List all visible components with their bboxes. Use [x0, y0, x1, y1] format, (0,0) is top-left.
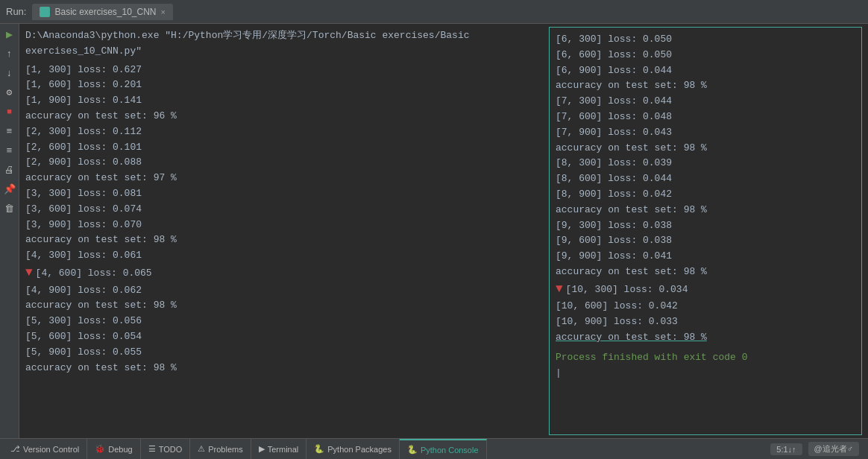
right-line-14: [9, 900] loss: 0.041: [556, 249, 855, 265]
right-line-3: accuracy on test set: 98 %: [556, 78, 855, 94]
right-line-15: accuracy on test set: 98 %: [556, 265, 855, 280]
scroll-down-button[interactable]: ↓: [2, 66, 17, 80]
run-tab[interactable]: Basic exercises_10_CNN ×: [32, 4, 173, 20]
right-line-9: [8, 600] loss: 0.044: [556, 171, 855, 187]
debug-label: Debug: [108, 445, 132, 454]
right-line-19: accuracy on test set: 98 %: [556, 330, 855, 346]
left-line-9: [3, 600] loss: 0.074: [25, 202, 543, 218]
left-line-1: [1, 600] loss: 0.201: [25, 77, 543, 93]
version-control-label: Version Control: [23, 445, 79, 454]
left-line-7: accuracy on test set: 97 %: [25, 171, 543, 186]
right-line-16: ▼[10, 300] loss: 0.034: [556, 280, 855, 300]
console-right[interactable]: [6, 300] loss: 0.050[6, 600] loss: 0.050…: [549, 27, 862, 435]
problems-label: Problems: [208, 445, 242, 454]
event-indicator: 5:1↓↑: [770, 443, 802, 455]
tab-version-control[interactable]: ⎇ Version Control: [3, 439, 87, 459]
left-line-16: [5, 300] loss: 0.056: [25, 314, 543, 329]
python-console-label: Python Console: [421, 446, 479, 455]
left-line-19: accuracy on test set: 98 %: [25, 361, 543, 376]
tab-python-console[interactable]: 🐍 Python Console: [400, 439, 487, 459]
left-line-3: accuracy on test set: 96 %: [25, 109, 543, 124]
status-bar: ⎇ Version Control 🐞 Debug ☰ TODO ⚠ Probl…: [0, 438, 868, 459]
left-line-13: ▼[4, 600] loss: 0.065: [25, 264, 543, 283]
left-line-6: [2, 900] loss: 0.088: [25, 155, 543, 171]
right-output: [6, 300] loss: 0.050[6, 600] loss: 0.050…: [556, 32, 855, 381]
right-line-2: [6, 900] loss: 0.044: [556, 63, 855, 79]
scroll-up-button[interactable]: ↑: [2, 46, 17, 61]
print-button[interactable]: 🖨: [2, 162, 17, 177]
python-console-icon: 🐍: [407, 445, 418, 455]
left-line-12: [4, 300] loss: 0.061: [25, 248, 543, 264]
right-line-17: [10, 600] loss: 0.042: [556, 299, 855, 314]
right-line-1: [6, 600] loss: 0.050: [556, 48, 855, 63]
debug-icon: 🐞: [95, 444, 105, 454]
terminal-icon: ▶: [259, 444, 265, 454]
right-line-12: [9, 300] loss: 0.038: [556, 218, 855, 234]
right-line-4: [7, 300] loss: 0.044: [556, 94, 855, 110]
run-button[interactable]: ▶: [2, 27, 17, 42]
settings-button[interactable]: ⚙: [2, 85, 17, 100]
top-bar: Run: Basic exercises_10_CNN ×: [0, 0, 868, 24]
right-line-8: [8, 300] loss: 0.039: [556, 156, 855, 171]
python-packages-icon: 🐍: [314, 444, 324, 454]
left-line-18: [5, 900] loss: 0.055: [25, 345, 543, 361]
tab-python-packages[interactable]: 🐍 Python Packages: [306, 439, 400, 459]
run-sidebar: ▶ ↑ ↓ ⚙ ■ ≡ ≡ 🖨 📌 🗑: [0, 24, 19, 438]
tab-debug[interactable]: 🐞 Debug: [87, 439, 140, 459]
left-line-10: [3, 900] loss: 0.070: [25, 218, 543, 233]
left-line-0: [1, 300] loss: 0.627: [25, 63, 543, 78]
right-line-11: accuracy on test set: 98 %: [556, 203, 855, 218]
tab-problems[interactable]: ⚠ Problems: [190, 439, 251, 459]
tab-close-button[interactable]: ×: [161, 7, 166, 16]
problems-icon: ⚠: [198, 444, 205, 454]
tab-todo[interactable]: ☰ TODO: [141, 439, 191, 459]
right-line-18: [10, 900] loss: 0.033: [556, 314, 855, 330]
menu-button[interactable]: ≡: [2, 124, 17, 139]
todo-label: TODO: [159, 445, 183, 454]
trash-button[interactable]: 🗑: [2, 201, 17, 216]
right-line-10: [8, 900] loss: 0.042: [556, 187, 855, 203]
left-line-4: [2, 300] loss: 0.112: [25, 124, 543, 140]
left-line-11: accuracy on test set: 98 %: [25, 232, 543, 248]
left-line-15: accuracy on test set: 98 %: [25, 298, 543, 314]
tab-terminal[interactable]: ▶ Terminal: [251, 439, 307, 459]
left-line-5: [2, 600] loss: 0.101: [25, 140, 543, 156]
todo-icon: ☰: [148, 444, 156, 454]
left-line-2: [1, 900] loss: 0.141: [25, 93, 543, 109]
python-packages-label: Python Packages: [327, 445, 391, 454]
tab-python-icon: [40, 7, 50, 17]
right-line-20: Process finished with exit code 0: [556, 350, 855, 366]
main-area: ▶ ↑ ↓ ⚙ ■ ≡ ≡ 🖨 📌 🗑 D:\Anaconda3\python.…: [0, 24, 868, 438]
stop-button[interactable]: ■: [2, 104, 17, 119]
terminal-label: Terminal: [268, 445, 299, 454]
left-output: [1, 300] loss: 0.627[1, 600] loss: 0.201…: [25, 63, 543, 376]
right-line-6: [7, 900] loss: 0.043: [556, 125, 855, 141]
left-line-14: [4, 900] loss: 0.062: [25, 283, 543, 299]
console-left[interactable]: D:\Anaconda3\python.exe "H:/Python学习专用/深…: [19, 24, 549, 438]
run-label: Run:: [6, 6, 26, 17]
right-line-0: [6, 300] loss: 0.050: [556, 32, 855, 48]
left-line-17: [5, 600] loss: 0.054: [25, 329, 543, 345]
right-line-5: [7, 600] loss: 0.048: [556, 110, 855, 125]
right-line-7: accuracy on test set: 98 %: [556, 141, 855, 156]
version-control-icon: ⎇: [10, 444, 20, 454]
pin-button[interactable]: 📌: [2, 182, 17, 197]
format-button[interactable]: ≡: [2, 143, 17, 158]
left-line-8: [3, 300] loss: 0.081: [25, 186, 543, 202]
status-right: 5:1↓↑ @追光者♂: [770, 442, 865, 456]
cursor-line: |: [556, 366, 855, 382]
user-badge: @追光者♂: [808, 442, 859, 456]
tab-name: Basic exercises_10_CNN: [54, 7, 156, 17]
command-line: D:\Anaconda3\python.exe "H:/Python学习专用/深…: [25, 28, 543, 60]
console-panel: D:\Anaconda3\python.exe "H:/Python学习专用/深…: [19, 24, 868, 438]
right-line-13: [9, 600] loss: 0.038: [556, 233, 855, 249]
